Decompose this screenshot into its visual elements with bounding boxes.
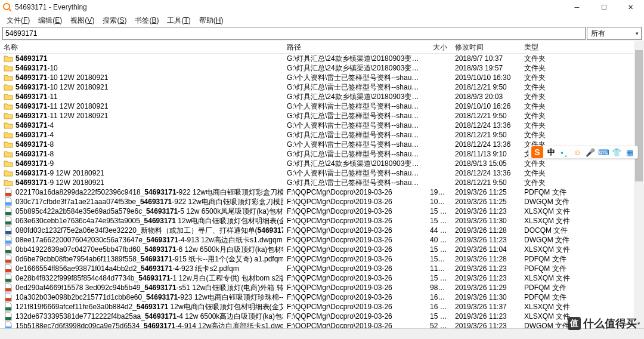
list-item[interactable]: 54693171-9 12W 20180921G:\个人资料\雷士已签样型号资料…	[0, 168, 644, 178]
list-item[interactable]: 54693171-9 12W 20180921G:\灯具汇总\雷士已签样型号资料…	[0, 178, 644, 187]
svg-rect-12	[5, 288, 11, 291]
item-ext: DWGQM 文件	[521, 197, 586, 207]
menu-b[interactable]: 书签(B)	[131, 14, 163, 27]
list-item[interactable]: 54693171-10 12W 20180921G:\个人资料\雷士已签样型号资…	[0, 73, 644, 82]
item-name: 54693171-10 12W 20180921	[16, 83, 108, 91]
list-item[interactable]: 05b895c422a2b584e35e69ad5a579e6c_5469317…	[0, 207, 644, 216]
item-name: 54693171-11	[16, 93, 58, 101]
app-icon	[2, 2, 12, 12]
list-item[interactable]: 132de6733395381de7712222f4ba25aa_5469317…	[0, 312, 644, 321]
keyboard-icon[interactable]: ⌨	[598, 147, 609, 158]
list-item[interactable]: 063e630cebb1e7636c4a74e953fa9005_5469317…	[0, 216, 644, 226]
list-item[interactable]: 080fd03c1232f75e2a06e34f3ee32220_新物料（或加工…	[0, 226, 644, 235]
filter-label: 所有	[591, 29, 605, 39]
list-item[interactable]: 54693171-4G:\个人资料\雷士已签样型号资料--shaun---...…	[0, 121, 644, 130]
item-date: 2019/10/10 16:30	[451, 73, 521, 82]
list-item[interactable]: 54693171-4G:\灯具汇总\雷士已签样型号资料--shaun---...…	[0, 130, 644, 140]
item-date: 2018/12/21 9:50	[451, 112, 521, 120]
list-item[interactable]: 54693171-10G:\灯具汇总\24款乡镇渠道\20180903变更\..…	[0, 63, 644, 73]
chevron-down-icon: ▾	[636, 30, 639, 36]
item-path: G:\灯具汇总\雷士已签样型号资料--shaun---...	[283, 82, 426, 93]
filter-dropdown[interactable]: 所有 ▾	[587, 27, 642, 40]
svg-rect-5	[5, 221, 11, 224]
col-date-header[interactable]: 修改时间	[451, 41, 521, 54]
list-item[interactable]: 15b5188ec7d6f3998dc09ca9e75d6534_5469317…	[0, 321, 644, 328]
emoji-icon[interactable]: ☺	[572, 147, 583, 158]
search-input[interactable]	[2, 27, 586, 40]
menu-e[interactable]: 编辑(E)	[34, 14, 66, 27]
item-path: G:\灯具汇总\雷士已签样型号资料--shaun---...	[283, 149, 426, 159]
item-date: 2019/3/26 11:28	[451, 255, 521, 263]
folder-icon	[4, 111, 13, 121]
item-date: 2019/3/26 11:23	[451, 322, 521, 328]
item-name: 132de6733395381de7712222f4ba25aa_5469317…	[16, 312, 283, 322]
item-ext: 文件夹	[521, 92, 586, 102]
item-ext: 文件夹	[521, 54, 586, 64]
col-size-header[interactable]: 大小	[426, 41, 451, 54]
list-item[interactable]: 54693171-11G:\灯具汇总\24款乡镇渠道\20180903变更\..…	[0, 92, 644, 101]
list-item[interactable]: 10a302b03e098b2bc215771d1cbb8e60_5469317…	[0, 292, 644, 302]
item-path: F:\QQPCMgr\Docpro\2019-03-26	[283, 245, 426, 254]
list-item[interactable]: 0e28b4f8322f999f85f854c484d7734b_5469317…	[0, 273, 644, 283]
col-name-header[interactable]: 名称	[0, 41, 283, 54]
skin-icon[interactable]: 👕	[611, 147, 622, 158]
list-item[interactable]: 0ed290af4669f15578 3ed092c94b5b49_546931…	[0, 283, 644, 292]
item-path: G:\个人资料\雷士已签样型号资料--shaun---...	[283, 168, 426, 178]
item-path: F:\QQPCMgr\Docpro\2019-03-26	[283, 303, 426, 311]
item-date: 2018/12/24 13:36	[451, 121, 521, 130]
file-icon	[4, 197, 13, 207]
item-name: 0e28b4f8322f999f85f854c484d7734b_5469317…	[16, 273, 283, 283]
item-size: 15 KB	[426, 207, 451, 215]
list-item[interactable]: 022170a16da8299da222f502396c9418_5469317…	[0, 187, 644, 197]
list-item[interactable]: 0bb41922639a07c04270ee5bb47fbd60_5469317…	[0, 245, 644, 254]
menu-t[interactable]: 工具(T)	[163, 14, 194, 27]
item-path: F:\QQPCMgr\Docpro\2019-03-26	[283, 322, 426, 328]
list-item[interactable]: 54693171-10 12W 20180921G:\灯具汇总\雷士已签样型号资…	[0, 82, 644, 92]
list-item[interactable]: 030c717cfbde3f7a1ae21aaa074f53be_5469317…	[0, 197, 644, 207]
list-item[interactable]: 54693171-11 12W 20180921G:\个人资料\雷士已签样型号资…	[0, 101, 644, 111]
list-item[interactable]: 121f819f6669afcef11fe6e3a0b884d2_5469317…	[0, 302, 644, 312]
col-ext-header[interactable]: 类型	[521, 41, 586, 54]
item-path: F:\QQPCMgr\Docpro\2019-03-26	[283, 236, 426, 244]
folder-icon	[4, 168, 13, 178]
list-item[interactable]: 54693171-9G:\灯具汇总\24款乡镇渠道\20180903变更\...…	[0, 159, 644, 168]
item-date: 2018/9/7 10:37	[451, 54, 521, 63]
item-date: 2019/3/26 11:30	[451, 293, 521, 301]
item-path: G:\灯具汇总\24款乡镇渠道\20180903变更\...	[283, 54, 426, 64]
item-ext: 文件夹	[521, 178, 586, 188]
svg-rect-10	[5, 269, 11, 272]
col-path-header[interactable]: 路径	[283, 41, 426, 54]
file-icon	[4, 235, 13, 245]
item-ext: 文件夹	[521, 121, 586, 131]
item-path: F:\QQPCMgr\Docpro\2019-03-26	[283, 283, 426, 292]
item-name: 022170a16da8299da222f502396c9418_5469317…	[16, 187, 283, 198]
file-icon	[4, 292, 13, 302]
minimize-button[interactable]: ─	[564, 0, 590, 14]
menu-h[interactable]: 帮助(H)	[195, 14, 228, 27]
folder-icon	[4, 159, 13, 168]
column-header: 名称 路径 大小 修改时间 类型 ▴	[0, 41, 644, 54]
sogou-icon[interactable]: S	[531, 146, 543, 158]
watermark-text: 什么值得买	[583, 316, 637, 331]
list-item[interactable]: 08ee17a662200076042030c56a73647e_5469317…	[0, 235, 644, 245]
list-item[interactable]: 0d6be79cbb08fbe7954ab6f11389f558_5469317…	[0, 254, 644, 264]
scrollbar-thumb[interactable]	[635, 50, 643, 181]
ime-cn-label[interactable]: 中	[546, 147, 556, 158]
list-item[interactable]: 54693171G:\灯具汇总\24款乡镇渠道\20180903变更\...20…	[0, 54, 644, 63]
list-item[interactable]: 0e1666554ff856ae93871f014a4bb2d2_5469317…	[0, 264, 644, 273]
ime-toolbar[interactable]: S 中 •ˏ ☺ 🎤 ⌨ 👕 ▦	[528, 146, 638, 159]
menu-s[interactable]: 搜索(S)	[98, 14, 131, 27]
menu-v[interactable]: 视图(V)	[66, 14, 98, 27]
mic-icon[interactable]: 🎤	[585, 147, 596, 158]
maximize-button[interactable]: ☐	[590, 0, 617, 14]
close-button[interactable]: ✕	[617, 0, 644, 14]
menu-f[interactable]: 文件(F)	[2, 14, 34, 27]
item-ext: 文件夹	[521, 63, 586, 73]
item-date: 2019/3/26 11:25	[451, 188, 521, 196]
vertical-scrollbar[interactable]: ▾	[634, 42, 644, 328]
item-date: 2018/11/13 9:10	[451, 150, 521, 158]
item-ext: 文件夹	[521, 111, 586, 121]
list-item[interactable]: 54693171-11 12W 20180921G:\灯具汇总\雷士已签样型号资…	[0, 111, 644, 121]
ime-punct-icon[interactable]: •ˏ	[559, 147, 569, 158]
toolbox-icon[interactable]: ▦	[624, 147, 635, 158]
